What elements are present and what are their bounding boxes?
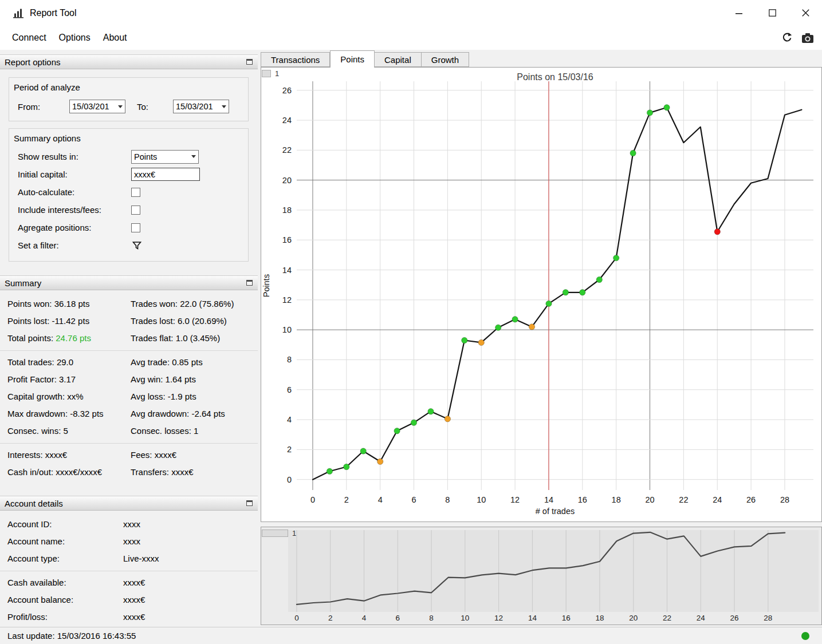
menu-item-about[interactable]: About (97, 29, 133, 46)
menu-item-options[interactable]: Options (53, 29, 97, 46)
summary-item: Points lost: -11.42 pts (0, 313, 123, 330)
summary-item: Cash in/out: xxxx€/xxxx€ (0, 464, 123, 481)
trade-marker-orange[interactable] (445, 416, 450, 422)
agregate-positions-checkbox[interactable] (131, 223, 140, 232)
x-tick-label: 2 (328, 614, 333, 622)
trade-marker-green[interactable] (344, 464, 349, 469)
y-tick-label: 18 (282, 206, 292, 215)
trade-marker-green[interactable] (647, 110, 652, 116)
auto-calculate-row: Auto-calculate: (9, 183, 248, 201)
y-tick-label: 24 (282, 116, 292, 125)
x-tick-label: 26 (746, 495, 756, 504)
summary-item: Total trades: 29.0 (0, 354, 123, 371)
account-field-label: Account type: (0, 550, 123, 567)
minimize-button[interactable] (722, 0, 756, 26)
x-axis-label: # of trades (536, 507, 575, 516)
chart-title: Points on 15/03/16 (517, 72, 593, 82)
overview-page-scrollbar[interactable]: 1 (262, 529, 296, 538)
x-tick-label: 14 (528, 614, 537, 622)
account-field-value: xxxx€ (123, 574, 258, 591)
close-button[interactable] (789, 0, 822, 26)
trade-marker-green[interactable] (327, 468, 332, 474)
overview-page-indicator: 1 (292, 529, 296, 538)
trade-marker-green[interactable] (360, 448, 366, 454)
x-tick-label: 0 (294, 614, 299, 622)
trade-marker-green[interactable] (613, 255, 619, 260)
account-field-value: xxxx (123, 533, 258, 550)
auto-calculate-checkbox[interactable] (131, 188, 140, 197)
initial-capital-input[interactable] (131, 168, 200, 181)
maximize-button[interactable] (756, 0, 789, 26)
trade-marker-green[interactable] (580, 290, 585, 295)
points-chart[interactable]: 0246810121416182022242628024681012141618… (261, 68, 821, 521)
y-tick-label: 16 (282, 235, 292, 244)
trade-marker-orange[interactable] (377, 459, 383, 464)
summary-item: Trades flat: 1.0 (3.45%) (123, 330, 258, 347)
period-group-title: Period of analyze (9, 81, 248, 97)
trade-marker-red[interactable] (714, 229, 720, 235)
x-tick-label: 12 (494, 614, 503, 622)
show-results-combo[interactable]: Points (131, 150, 199, 164)
chart-page-scrollbar[interactable]: 1 (262, 69, 279, 78)
trade-marker-green[interactable] (495, 325, 501, 330)
tab-growth[interactable]: Growth (422, 52, 469, 67)
account-details-title: Account details (5, 499, 63, 508)
trade-marker-green[interactable] (512, 317, 518, 322)
account-details-header: Account details (0, 496, 258, 511)
from-date-combo[interactable]: 15/03/201 (69, 100, 125, 113)
float-panel-button[interactable] (246, 59, 253, 65)
include-interests-checkbox[interactable] (131, 206, 140, 215)
tab-points[interactable]: Points (330, 50, 375, 68)
summary-item: Avg win: 1.64 pts (123, 371, 258, 388)
trade-marker-green[interactable] (546, 301, 552, 306)
trade-marker-orange[interactable] (478, 339, 484, 345)
x-tick-label: 22 (663, 614, 671, 622)
trade-marker-green[interactable] (630, 150, 636, 156)
tab-capital[interactable]: Capital (375, 52, 422, 67)
y-tick-label: 26 (282, 86, 292, 95)
summary-item: Avg drawdown: -2.64 pts (123, 405, 258, 422)
y-tick-label: 8 (287, 355, 292, 364)
right-panel: TransactionsPointsCapitalGrowth 1 024681… (261, 50, 822, 627)
y-tick-label: 2 (287, 445, 292, 454)
menu-bar: ConnectOptionsAbout (0, 26, 822, 50)
summary-group: Total trades: 29.0Avg trade: 0.85 ptsPro… (0, 350, 258, 443)
trade-marker-green[interactable] (664, 105, 670, 110)
x-tick-label: 12 (510, 495, 520, 504)
account-group: Cash available:xxxx€Account balance:xxxx… (0, 571, 258, 629)
y-axis-label: Points (262, 274, 271, 297)
overview-chart[interactable]: 0246810121416182022242628 (261, 527, 821, 625)
refresh-button[interactable] (780, 30, 795, 45)
to-date-combo[interactable]: 15/03/201 (173, 100, 229, 113)
x-tick-label: 0 (310, 495, 315, 504)
include-interests-row: Include interests/fees: (9, 201, 248, 219)
account-field-value: xxxx€ (123, 609, 258, 626)
float-panel-button[interactable] (246, 500, 253, 506)
menu-item-connect[interactable]: Connect (6, 29, 53, 46)
scrollbar-track[interactable] (262, 70, 271, 77)
show-results-value: Points (132, 152, 189, 161)
account-field-label: Account ID: (0, 516, 123, 533)
x-tick-label: 20 (629, 614, 638, 622)
trade-marker-green[interactable] (563, 290, 568, 295)
scrollbar-track[interactable] (262, 530, 288, 537)
x-tick-label: 6 (396, 614, 400, 622)
trade-marker-green[interactable] (394, 428, 400, 434)
filter-button[interactable] (131, 241, 143, 250)
camera-button[interactable] (800, 30, 815, 45)
x-tick-label: 4 (362, 614, 367, 622)
connection-status-dot (801, 632, 809, 640)
points-chart-panel: 1 02468101214161820222426280246810121416… (261, 67, 822, 522)
trade-marker-green[interactable] (411, 420, 416, 425)
tab-transactions[interactable]: Transactions (261, 52, 330, 67)
trade-marker-green[interactable] (596, 276, 602, 282)
trade-marker-green[interactable] (462, 337, 467, 343)
summary-item: Trades lost: 6.0 (20.69%) (123, 313, 258, 330)
trade-marker-orange[interactable] (529, 324, 534, 330)
x-tick-label: 4 (378, 495, 383, 504)
float-panel-button[interactable] (246, 280, 253, 286)
include-interests-label: Include interests/fees: (18, 205, 131, 215)
initial-capital-label: Initial capital: (18, 169, 131, 179)
trade-marker-green[interactable] (428, 409, 434, 414)
x-tick-label: 28 (780, 495, 789, 504)
